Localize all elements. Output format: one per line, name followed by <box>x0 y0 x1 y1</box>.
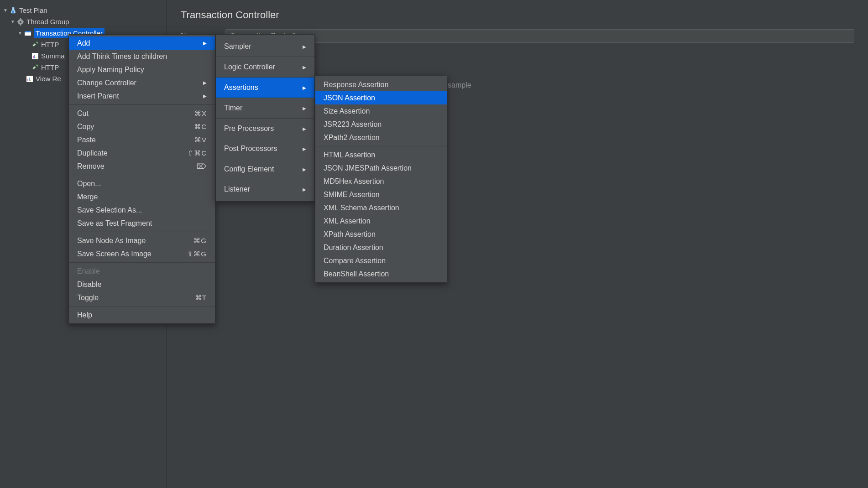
submenu-config-element[interactable]: Config Element▶ <box>216 159 314 179</box>
menu-insert-parent[interactable]: Insert Parent▶ <box>69 89 215 103</box>
menu-disable[interactable]: Disable <box>69 278 215 291</box>
chevron-right-icon: ▶ <box>203 93 207 99</box>
menu-label: Enable <box>77 267 100 275</box>
svg-rect-0 <box>12 10 14 13</box>
expand-icon[interactable]: ▼ <box>3 8 8 13</box>
menu-save-screen-as-image[interactable]: Save Screen As Image⇧⌘G <box>69 247 215 260</box>
shortcut: ⇧⌘C <box>188 149 207 157</box>
menu-label: Size Assertion <box>324 107 370 115</box>
submenu-assertions[interactable]: Assertions▶ <box>216 78 314 98</box>
shortcut: ⌘C <box>194 123 207 131</box>
menu-label: Save as Test Fragment <box>77 219 152 228</box>
expand-icon[interactable]: ▼ <box>17 31 23 36</box>
assert-xml[interactable]: XML Assertion <box>315 214 447 228</box>
assert-size[interactable]: Size Assertion <box>315 104 447 118</box>
submenu-pre-processors[interactable]: Pre Processors▶ <box>216 119 314 139</box>
assert-json-jmespath[interactable]: JSON JMESPath Assertion <box>315 161 447 175</box>
svg-rect-14 <box>33 66 36 69</box>
menu-separator <box>69 232 215 232</box>
svg-rect-6 <box>23 21 24 22</box>
svg-rect-17 <box>29 78 30 81</box>
menu-merge[interactable]: Merge <box>69 190 215 203</box>
chart-icon <box>26 75 34 83</box>
menu-label: Compare Assertion <box>324 257 386 265</box>
menu-label: Remove <box>77 162 105 171</box>
tree-label: View Re <box>36 75 61 83</box>
submenu-logic-controller[interactable]: Logic Controller▶ <box>216 57 314 77</box>
menu-help[interactable]: Help <box>69 308 215 322</box>
assert-jsr223[interactable]: JSR223 Assertion <box>315 118 447 131</box>
assert-html[interactable]: HTML Assertion <box>315 148 447 161</box>
assert-xpath2[interactable]: XPath2 Assertion <box>315 131 447 144</box>
assert-duration[interactable]: Duration Assertion <box>315 241 447 254</box>
menu-add[interactable]: Add▶ <box>69 36 215 50</box>
submenu-timer[interactable]: Timer▶ <box>216 98 314 118</box>
menu-separator <box>69 262 215 263</box>
menu-add-think-times[interactable]: Add Think Times to children <box>69 50 215 63</box>
menu-label: Post Processors <box>224 145 277 153</box>
chevron-right-icon: ▶ <box>303 106 306 111</box>
assert-beanshell[interactable]: BeanShell Assertion <box>315 267 447 280</box>
dropper-icon <box>31 41 39 49</box>
chevron-right-icon: ▶ <box>203 41 207 46</box>
menu-duplicate[interactable]: Duplicate⇧⌘C <box>69 146 215 160</box>
menu-label: JSR223 Assertion <box>324 120 382 129</box>
menu-copy[interactable]: Copy⌘C <box>69 120 215 133</box>
shortcut: ⇧⌘G <box>187 250 207 258</box>
submenu-sampler[interactable]: Sampler▶ <box>216 36 314 57</box>
svg-rect-13 <box>36 57 37 58</box>
menu-change-controller[interactable]: Change Controller▶ <box>69 76 215 89</box>
menu-cut[interactable]: Cut⌘X <box>69 107 215 120</box>
chevron-right-icon: ▶ <box>303 187 306 192</box>
menu-label: Toggle <box>77 294 99 302</box>
menu-label: Paste <box>77 136 96 144</box>
menu-save-node-as-image[interactable]: Save Node As Image⌘G <box>69 234 215 247</box>
dropper-icon <box>31 63 39 72</box>
svg-rect-11 <box>33 56 34 58</box>
svg-rect-18 <box>30 80 31 81</box>
menu-label: Response Assertion <box>324 81 388 89</box>
assert-xml-schema[interactable]: XML Schema Assertion <box>315 201 447 214</box>
menu-save-as-test-fragment[interactable]: Save as Test Fragment <box>69 217 215 230</box>
menu-label: JSON JMESPath Assertion <box>324 164 412 172</box>
menu-label: Add Think Times to children <box>77 52 167 61</box>
chevron-right-icon: ▶ <box>303 146 306 151</box>
assert-md5hex[interactable]: MD5Hex Assertion <box>315 175 447 188</box>
menu-paste[interactable]: Paste⌘V <box>69 133 215 146</box>
shortcut: ⌦ <box>197 162 207 171</box>
submenu-post-processors[interactable]: Post Processors▶ <box>216 139 314 159</box>
menu-label: XPath2 Assertion <box>324 134 380 142</box>
expand-icon[interactable]: ▼ <box>10 19 16 24</box>
menu-label: Add <box>77 39 90 47</box>
svg-rect-12 <box>34 55 35 58</box>
menu-enable: Enable <box>69 265 215 278</box>
menu-open[interactable]: Open... <box>69 177 215 190</box>
assert-smime[interactable]: SMIME Assertion <box>315 188 447 201</box>
menu-remove[interactable]: Remove⌦ <box>69 160 215 173</box>
submenu-listener[interactable]: Listener▶ <box>216 179 314 199</box>
menu-label: XML Schema Assertion <box>324 204 399 212</box>
gear-icon <box>16 18 25 26</box>
svg-point-2 <box>20 21 21 22</box>
controller-icon <box>24 29 32 37</box>
assert-xpath[interactable]: XPath Assertion <box>315 228 447 241</box>
menu-toggle[interactable]: Toggle⌘T <box>69 291 215 304</box>
menu-apply-naming-policy[interactable]: Apply Naming Policy <box>69 63 215 76</box>
svg-rect-9 <box>33 43 36 46</box>
name-input[interactable] <box>225 29 854 43</box>
svg-rect-5 <box>17 21 18 22</box>
assert-compare[interactable]: Compare Assertion <box>315 254 447 267</box>
menu-label: Save Screen As Image <box>77 250 152 258</box>
assert-json[interactable]: JSON Assertion <box>315 91 447 104</box>
shortcut: ⌘G <box>193 237 207 245</box>
tree-label: HTTP <box>41 41 59 48</box>
tree-item-test-plan[interactable]: ▼ Test Plan <box>0 5 166 16</box>
tree-item-thread-group[interactable]: ▼ Thread Group <box>0 16 166 27</box>
tree-label: HTTP <box>41 63 59 71</box>
tree-label: Test Plan <box>19 6 47 14</box>
menu-separator <box>315 146 447 146</box>
assert-response[interactable]: Response Assertion <box>315 78 447 91</box>
menu-label: HTML Assertion <box>324 151 375 159</box>
chevron-right-icon: ▶ <box>303 85 306 90</box>
menu-save-selection-as[interactable]: Save Selection As... <box>69 203 215 217</box>
